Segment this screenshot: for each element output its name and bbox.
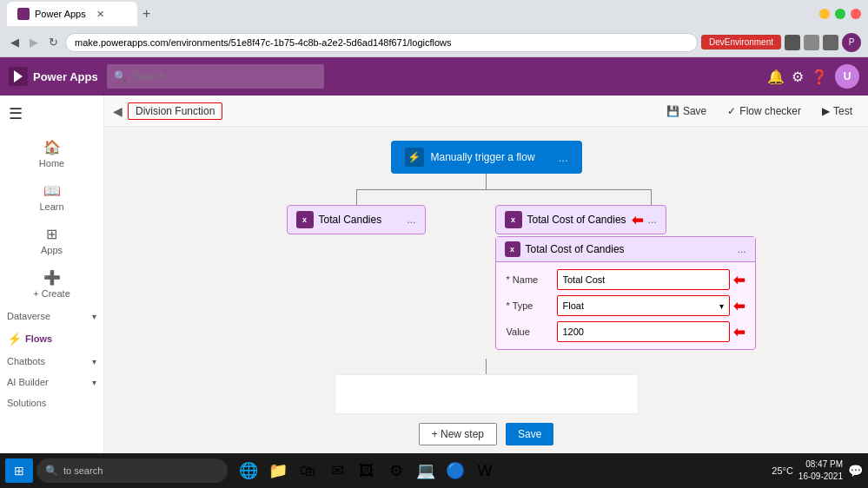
window-minimize-icon[interactable]: [819, 9, 830, 19]
header-search-box[interactable]: 🔍: [107, 64, 324, 89]
taskbar-app-settings[interactable]: ⚙: [382, 457, 410, 485]
test-icon: ▶: [822, 105, 830, 117]
left-var-container: x Total Candies ...: [287, 205, 426, 234]
main-layout: ☰ 🏠 Home 📖 Learn ⊞ Apps ➕ + Create Datav…: [0, 96, 868, 453]
save-button[interactable]: 💾 Save: [659, 102, 713, 121]
user-avatar[interactable]: U: [835, 64, 859, 89]
sidebar-item-ai-builder[interactable]: AI Builder ▾: [0, 372, 103, 392]
name-form-row: * Name ⬅: [507, 269, 745, 290]
sidebar-dataverse-label: Dataverse: [7, 311, 50, 321]
header-right: 🔔 ⚙ ❓ U: [767, 64, 859, 89]
window-maximize-icon[interactable]: [835, 9, 845, 19]
sidebar-solutions-label: Solutions: [7, 398, 46, 408]
action-placeholder-box: [335, 374, 639, 414]
tab-favicon: [17, 8, 30, 20]
left-var-box[interactable]: x Total Candies ...: [287, 205, 426, 234]
right-var-more[interactable]: ...: [648, 214, 657, 226]
taskbar-right: 25°C 08:47 PM 16-09-2021 💬: [772, 458, 863, 483]
tab-close-icon[interactable]: ✕: [96, 9, 104, 20]
header-search-icon: 🔍: [114, 70, 127, 82]
ext-icon-1[interactable]: [785, 35, 800, 50]
type-label: * Type: [507, 300, 550, 311]
flow-checker-button[interactable]: ✓ Flow checker: [720, 102, 808, 121]
var-detail-panel: x Total Cost of Candies ... * Name: [495, 236, 756, 350]
taskbar-app-photo[interactable]: 🖼: [353, 457, 381, 485]
name-input[interactable]: [557, 269, 730, 290]
checker-icon: ✓: [727, 105, 736, 117]
trigger-more-icon[interactable]: ...: [559, 151, 568, 164]
sidebar-home-label: Home: [39, 158, 64, 168]
taskbar-app-mail[interactable]: ✉: [323, 457, 351, 485]
sidebar-item-apps[interactable]: ⊞ Apps: [0, 219, 103, 262]
sidebar-create-label: + Create: [33, 288, 70, 299]
value-input[interactable]: [557, 321, 730, 342]
notifications-icon[interactable]: 🔔: [767, 69, 785, 85]
chatbots-expand-icon: ▾: [92, 357, 96, 366]
sidebar-item-chatbots[interactable]: Chatbots ▾: [0, 351, 103, 372]
sidebar-hamburger[interactable]: ☰: [0, 96, 103, 132]
sidebar-item-solutions[interactable]: Solutions: [0, 392, 103, 413]
taskbar-app-terminal[interactable]: 💻: [412, 457, 440, 485]
trigger-box[interactable]: ⚡ Manually trigger a flow ...: [391, 141, 582, 174]
sidebar-item-home[interactable]: 🏠 Home: [0, 132, 103, 175]
taskbar-search-box[interactable]: 🔍 to search: [36, 458, 228, 483]
right-var-container: x Total Cost of Candies ⬅ ... x Total Co…: [495, 205, 756, 350]
taskbar-temp: 25°C: [772, 465, 793, 476]
right-var-box[interactable]: x Total Cost of Candies ⬅ ...: [495, 205, 666, 234]
type-select[interactable]: Float ▾: [557, 295, 730, 316]
sidebar-item-flows[interactable]: ⚡ Flows: [0, 326, 103, 351]
back-button[interactable]: ◀: [7, 34, 23, 50]
sidebar-item-dataverse[interactable]: Dataverse ▾: [0, 306, 103, 326]
sidebar-item-learn[interactable]: 📖 Learn: [0, 175, 103, 219]
trigger-icon-box: ⚡: [405, 148, 424, 167]
breadcrumb-label: Division Function: [128, 102, 222, 120]
var-detail-header: x Total Cost of Candies ...: [496, 237, 755, 262]
connector-v1: [486, 174, 487, 189]
left-branch-connector: [356, 189, 357, 205]
sidebar-item-create[interactable]: ➕ + Create: [0, 262, 103, 306]
detail-header-label: Total Cost of Candies: [526, 243, 625, 255]
forward-button[interactable]: ▶: [26, 34, 42, 50]
left-var-more[interactable]: ...: [407, 214, 415, 226]
taskbar-time-date: 08:47 PM 16-09-2021: [798, 458, 843, 483]
help-icon[interactable]: ❓: [811, 69, 828, 85]
name-input-container: ⬅: [557, 269, 745, 290]
learn-icon: 📖: [43, 182, 61, 199]
profile-icon[interactable]: P: [842, 33, 861, 52]
home-icon: 🏠: [43, 139, 61, 155]
value-form-row: Value ⬅: [507, 321, 745, 342]
vars-row: x Total Candies ... x Total Cost of Cand…: [287, 205, 686, 350]
taskbar-app-store[interactable]: 🛍: [294, 457, 321, 485]
dataverse-expand-icon: ▾: [92, 312, 96, 321]
address-input[interactable]: [65, 33, 698, 52]
taskbar-app-edge[interactable]: 🌐: [235, 457, 262, 485]
powerapp-icon: [9, 67, 28, 86]
ext-icon-2[interactable]: [804, 35, 819, 50]
name-red-arrow-icon: ⬅: [733, 272, 745, 288]
test-button[interactable]: ▶ Test: [815, 102, 859, 121]
new-tab-button[interactable]: +: [142, 6, 150, 22]
taskbar-app-word[interactable]: W: [471, 457, 499, 485]
window-close-icon[interactable]: [851, 9, 861, 19]
detail-header-more[interactable]: ...: [737, 243, 745, 255]
type-dropdown-icon: ▾: [719, 301, 724, 311]
start-button[interactable]: ⊞: [5, 458, 33, 483]
ext-icon-3[interactable]: [823, 35, 838, 50]
name-label: * Name: [507, 274, 550, 285]
header-search-input[interactable]: [132, 70, 317, 82]
taskbar-notification-icon[interactable]: 💬: [848, 464, 863, 478]
app-name: Power Apps: [33, 70, 98, 83]
var-detail-body: * Name ⬅ * Type: [496, 262, 755, 349]
sidebar-flows-label: Flows: [25, 333, 52, 344]
env-badge[interactable]: DevEnvironment: [701, 35, 781, 49]
flow-save-button[interactable]: Save: [506, 423, 553, 445]
new-step-button[interactable]: + New step: [419, 423, 497, 445]
taskbar-app-files[interactable]: 📁: [264, 457, 292, 485]
tab-active[interactable]: Power Apps ✕: [7, 2, 137, 26]
reload-button[interactable]: ↻: [45, 34, 62, 50]
settings-icon[interactable]: ⚙: [792, 69, 804, 85]
taskbar-apps: 🌐 📁 🛍 ✉ 🖼 ⚙ 💻 🔵 W: [235, 457, 499, 485]
taskbar-app-browser2[interactable]: 🔵: [441, 457, 469, 485]
back-nav-button[interactable]: ◀: [113, 104, 123, 118]
trigger-label: Manually trigger a flow: [431, 151, 535, 163]
